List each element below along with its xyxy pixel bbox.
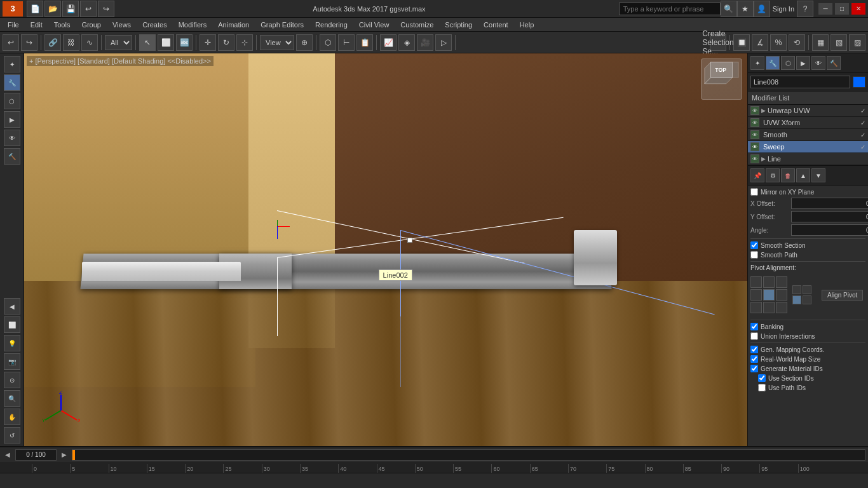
search-input[interactable]: [619, 3, 721, 15]
modifier-unwrap-uvw[interactable]: 👁 ▶ Unwrap UVW ✓: [748, 105, 868, 117]
angle-snap-button[interactable]: ∡: [752, 34, 768, 51]
pivot-bc[interactable]: [763, 302, 775, 313]
rotate-button[interactable]: ↻: [218, 34, 234, 51]
extra-btn3[interactable]: ▨: [849, 34, 865, 51]
align-pivot-button[interactable]: Align Pivot: [822, 290, 863, 301]
close-button[interactable]: ✕: [851, 3, 865, 15]
timeline-scrubber[interactable]: [72, 449, 865, 461]
smooth-path-checkbox[interactable]: [750, 251, 758, 259]
render-setup-button[interactable]: 🎥: [417, 34, 433, 51]
modifier-eye-icon[interactable]: 👁: [750, 154, 759, 163]
object-name-input[interactable]: [750, 76, 850, 88]
pivot-tr[interactable]: [776, 276, 787, 288]
menu-customize[interactable]: Customize: [395, 18, 438, 32]
menu-civil-view[interactable]: Civil View: [354, 18, 394, 32]
zoom-btn[interactable]: 🔍: [4, 390, 20, 407]
hierarchy-panel-btn[interactable]: ⬡: [4, 93, 20, 109]
use-path-checkbox[interactable]: [758, 384, 766, 391]
smooth-section-checkbox[interactable]: [750, 241, 758, 249]
user-icon[interactable]: 👤: [754, 1, 770, 17]
modify-panel-icon[interactable]: 🔧: [766, 56, 780, 70]
modifier-line[interactable]: 👁 ▶ Line: [748, 153, 868, 165]
up-modifier-btn[interactable]: ▲: [796, 168, 810, 182]
modifier-sweep[interactable]: 👁 Sweep ✓: [748, 141, 868, 153]
menu-graph-editors[interactable]: Graph Editors: [255, 18, 309, 32]
menu-content[interactable]: Content: [478, 18, 513, 32]
viewport-toggle-btn[interactable]: ⬜: [4, 316, 20, 333]
layer-manager-button[interactable]: 📋: [356, 34, 373, 51]
open-btn[interactable]: 📂: [44, 1, 61, 17]
menu-tools[interactable]: Tools: [49, 18, 76, 32]
real-world-checkbox[interactable]: [750, 355, 758, 363]
link-button[interactable]: 🔗: [44, 34, 61, 51]
menu-edit[interactable]: Edit: [25, 18, 48, 32]
modifier-smooth[interactable]: 👁 Smooth ✓: [748, 129, 868, 141]
unlink-button[interactable]: ⛓: [63, 34, 79, 51]
extra-btn2[interactable]: ▧: [831, 34, 847, 51]
motion-panel-btn[interactable]: ▶: [4, 111, 20, 128]
modifier-eye-icon[interactable]: 👁: [750, 118, 759, 127]
perspective-btn[interactable]: ⊙: [4, 372, 20, 388]
select-region-button[interactable]: ⬜: [158, 34, 174, 51]
down-modifier-btn[interactable]: ▼: [811, 168, 825, 182]
pivot-extra-3[interactable]: [792, 295, 801, 304]
pivot-br[interactable]: [776, 302, 787, 313]
time-next-icon[interactable]: ▶: [59, 451, 69, 458]
object-color-swatch[interactable]: [853, 76, 865, 88]
view-cube[interactable]: TOP: [701, 58, 742, 100]
camera-left-btn[interactable]: 📷: [4, 353, 20, 370]
modifier-eye-icon[interactable]: 👁: [750, 130, 759, 139]
hierarchy-panel-icon[interactable]: ⬡: [781, 56, 795, 70]
scale-button[interactable]: ⊹: [236, 34, 253, 51]
select-name-button[interactable]: 🔤: [176, 34, 193, 51]
pivot-ml[interactable]: [750, 289, 762, 301]
create-selection-button[interactable]: Create Selection Se...: [710, 34, 726, 51]
menu-modifiers[interactable]: Modifiers: [173, 18, 212, 32]
move-button[interactable]: ✛: [200, 34, 216, 51]
display-panel-icon[interactable]: 👁: [811, 56, 825, 70]
union-intersections-checkbox[interactable]: [750, 332, 758, 340]
motion-panel-icon[interactable]: ▶: [796, 56, 810, 70]
pivot-extra-4[interactable]: [803, 295, 811, 304]
coord-center-button[interactable]: ⊕: [296, 34, 313, 51]
help-icon[interactable]: ?: [797, 1, 813, 17]
search-icon[interactable]: 🔍: [721, 1, 737, 17]
select-button[interactable]: ↖: [139, 34, 156, 51]
mirror-button[interactable]: ⬡: [320, 34, 336, 51]
pin-modifier-btn[interactable]: 📌: [750, 168, 764, 182]
light-btn[interactable]: 💡: [4, 335, 20, 351]
pivot-extra-1[interactable]: [792, 285, 801, 294]
minimize-button[interactable]: ─: [818, 3, 832, 15]
pivot-mr[interactable]: [776, 289, 787, 301]
reference-coord-dropdown[interactable]: View: [260, 35, 294, 50]
sign-in-label[interactable]: Sign In: [770, 5, 797, 13]
utilities-panel-icon[interactable]: 🔨: [827, 56, 841, 70]
material-editor-button[interactable]: ◈: [398, 34, 415, 51]
spinner-snap-button[interactable]: ⟲: [789, 34, 805, 51]
remove-modifier-btn[interactable]: 🗑: [781, 168, 795, 182]
pivot-tc[interactable]: [763, 276, 775, 288]
mirror-checkbox[interactable]: [750, 188, 758, 196]
extra-btn1[interactable]: ▦: [812, 34, 829, 51]
frame-display[interactable]: 0 / 100: [15, 449, 57, 461]
modifier-eye-icon[interactable]: 👁: [750, 106, 759, 115]
display-panel-btn[interactable]: 👁: [4, 130, 20, 146]
angle-input[interactable]: [791, 224, 868, 236]
undo-button[interactable]: ↩: [3, 34, 19, 51]
save-btn[interactable]: 💾: [62, 1, 79, 17]
banking-checkbox[interactable]: [750, 323, 758, 330]
viewport[interactable]: Line002 X Y Z + [Perspective] [Standard]…: [24, 53, 747, 446]
modifier-uvw-xform[interactable]: 👁 UVW Xform ✓: [748, 117, 868, 129]
create-panel-btn[interactable]: ✦: [4, 56, 20, 72]
sidebar-toggle-btn[interactable]: ◀: [4, 298, 20, 315]
menu-scripting[interactable]: Scripting: [440, 18, 477, 32]
create-panel-icon[interactable]: ✦: [750, 56, 764, 70]
menu-rendering[interactable]: Rendering: [310, 18, 353, 32]
align-button[interactable]: ⊢: [338, 34, 355, 51]
utilities-panel-btn[interactable]: 🔨: [4, 148, 20, 165]
render-button[interactable]: ▷: [435, 34, 452, 51]
percent-snap-button[interactable]: %: [770, 34, 787, 51]
new-btn[interactable]: 📄: [27, 1, 43, 17]
bookmark-icon[interactable]: ★: [737, 1, 754, 17]
selection-filter-dropdown[interactable]: All: [105, 35, 132, 50]
